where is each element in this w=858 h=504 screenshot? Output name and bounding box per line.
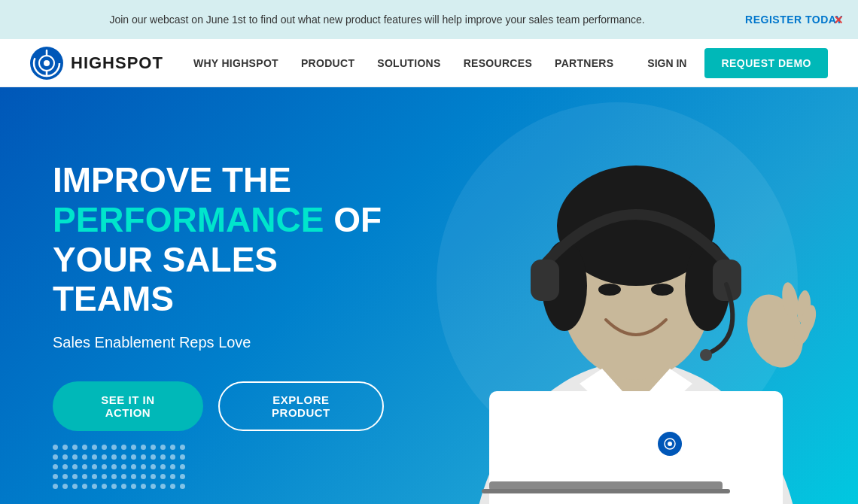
nav-right: SIGN IN REQUEST DEMO [647,48,828,78]
nav-item-solutions[interactable]: SOLUTIONS [377,57,440,69]
svg-point-12 [598,284,621,296]
register-today-link[interactable]: REGISTER TODAY [745,14,843,26]
banner-text: Join our webcast on June 1st to find out… [15,14,739,26]
hero-headline-highlight: PERFORMANCE [53,200,324,239]
hero-content: IMPROVE THE PERFORMANCE OF YOUR SALES TE… [0,115,437,477]
hero-subheadline: Sales Enablement Reps Love [53,334,384,351]
hero-headline-of: OF [333,200,382,239]
hero-person-image [414,120,858,504]
nav-links: WHY HIGHSPOT PRODUCT SOLUTIONS RESOURCES… [193,57,647,69]
hero-image-area [391,87,858,504]
hero-headline: IMPROVE THE PERFORMANCE OF YOUR SALES TE… [53,160,384,320]
nav-item-why-highspot[interactable]: WHY HIGHSPOT [193,57,278,69]
nav-item-partners[interactable]: PARTNERS [555,57,613,69]
sign-in-link[interactable]: SIGN IN [647,57,686,69]
nav-item-resources[interactable]: RESOURCES [464,57,532,69]
request-demo-button[interactable]: REQUEST DEMO [704,48,828,78]
logo[interactable]: HIGHSPOT [30,47,163,80]
svg-point-20 [668,442,672,446]
hero-headline-line1: IMPROVE THE [53,160,291,199]
see-it-action-button[interactable]: SEE IT IN ACTION [53,381,203,431]
hero-headline-line2: YOUR SALES TEAMS [53,240,278,319]
svg-point-13 [651,284,674,296]
announcement-banner: Join our webcast on June 1st to find out… [0,0,858,39]
svg-rect-14 [531,260,559,301]
navbar: HIGHSPOT WHY HIGHSPOT PRODUCT SOLUTIONS … [0,39,858,87]
hero-section: IMPROVE THE PERFORMANCE OF YOUR SALES TE… [0,87,858,504]
svg-rect-15 [713,260,741,301]
hero-buttons: SEE IT IN ACTION EXPLORE PRODUCT [53,381,384,431]
svg-rect-27 [482,489,730,493]
svg-point-3 [44,60,50,66]
logo-text: HIGHSPOT [71,53,163,73]
close-banner-button[interactable]: × [834,12,843,27]
nav-item-product[interactable]: PRODUCT [301,57,354,69]
svg-point-16 [700,349,712,361]
explore-product-button[interactable]: EXPLORE PRODUCT [218,381,384,431]
dots-decoration: // Generate dots const dotsContainer = d… [53,445,188,489]
logo-icon [30,47,63,80]
